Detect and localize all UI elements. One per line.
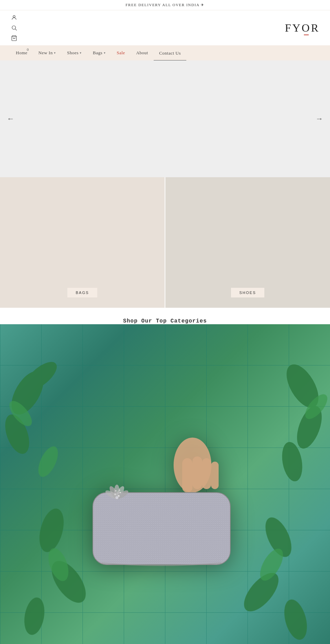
chevron-down-icon: ▾ [54,51,56,55]
chevron-down-icon: ▾ [104,51,106,55]
search-icon[interactable] [10,24,18,32]
nav-item-shoes[interactable]: Shoes ▾ [62,45,87,60]
user-icon[interactable] [10,14,18,21]
svg-point-31 [119,490,120,491]
svg-point-29 [120,492,121,493]
announcement-text: FREE DELIVERY ALL OVER INDIA ✈ [125,3,204,7]
main-nav: Home New In ▾ Shoes ▾ Bags ▾ Sale About … [0,45,330,60]
announcement-bar: FREE DELIVERY ALL OVER INDIA ✈ [0,0,330,10]
category-section: BAGS SHOES [0,177,330,308]
hero-large-image [0,324,330,644]
svg-point-0 [13,15,15,18]
svg-point-28 [114,494,116,495]
nav-item-new-in[interactable]: New In ▾ [33,45,62,60]
svg-point-32 [115,496,119,499]
nav-item-sale[interactable]: Sale [111,45,130,60]
svg-rect-7 [202,458,211,489]
top-categories-title: Shop Our Top Categories [0,318,330,324]
svg-rect-6 [192,456,202,489]
hero-slider: ← → [0,60,330,177]
shoes-category-button[interactable]: SHOES [231,288,264,297]
header-icons [10,14,18,42]
hero-slide [0,60,330,177]
svg-point-1 [12,26,16,30]
chevron-down-icon: ▾ [80,51,82,55]
logo: FYOR [285,22,320,34]
bags-category-button[interactable]: BAGS [67,288,97,297]
svg-rect-8 [211,462,219,489]
svg-rect-20 [93,493,230,565]
top-categories-section: Shop Our Top Categories [0,308,330,324]
nav-item-bags[interactable]: Bags ▾ [87,45,111,60]
nav-item-home[interactable]: Home [10,45,33,60]
svg-line-2 [15,29,16,30]
shoes-category-panel: SHOES [165,177,330,308]
bags-category-panel: BAGS [0,177,165,308]
nav-item-contact[interactable]: Contact Us [154,46,186,60]
next-slide-button[interactable]: → [312,111,327,127]
prev-slide-button[interactable]: ← [3,111,18,127]
cart-icon[interactable] [10,34,18,42]
svg-rect-5 [182,458,192,493]
nav-item-about[interactable]: About [131,45,154,60]
header: 0 FYOR [0,10,330,45]
svg-point-30 [115,490,117,492]
